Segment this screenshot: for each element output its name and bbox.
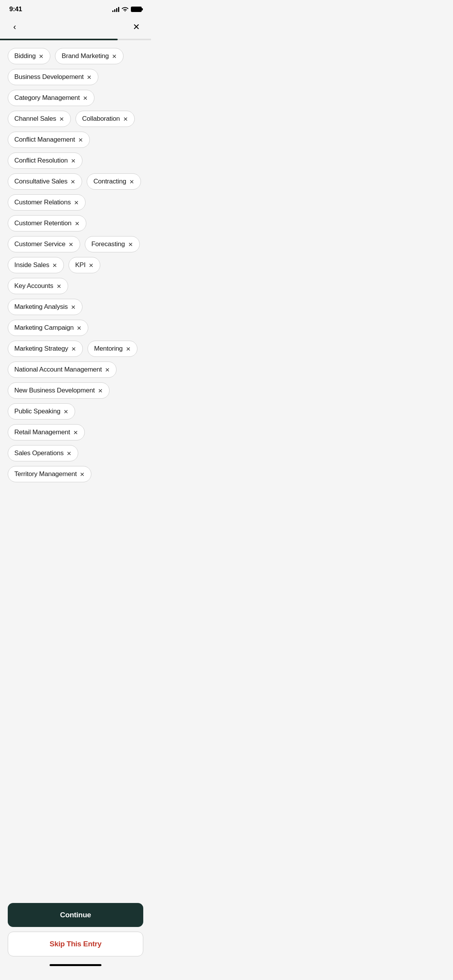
tag-chip[interactable]: Contracting✕	[87, 173, 141, 190]
signal-icon	[112, 7, 119, 12]
tag-close-icon[interactable]: ✕	[87, 74, 92, 80]
tag-label: Contracting	[93, 178, 126, 185]
tag-label: National Account Management	[14, 366, 102, 373]
tag-close-icon[interactable]: ✕	[59, 116, 64, 122]
tag-chip[interactable]: Conflict Management✕	[8, 132, 90, 148]
back-button[interactable]: ‹	[8, 20, 22, 34]
tag-chip[interactable]: Forecasting✕	[85, 236, 140, 252]
status-bar: 9:41	[0, 0, 151, 17]
tag-close-icon[interactable]: ✕	[71, 304, 76, 310]
tag-close-icon[interactable]: ✕	[52, 262, 57, 268]
tag-close-icon[interactable]: ✕	[77, 325, 82, 331]
tag-label: Key Accounts	[14, 282, 53, 290]
tag-label: Customer Retention	[14, 219, 72, 227]
tag-label: Business Developement	[14, 73, 84, 81]
tags-container: Bidding✕Brand Marketing✕Business Develop…	[8, 48, 143, 482]
tag-close-icon[interactable]: ✕	[74, 200, 79, 206]
tag-label: Marketing Analysis	[14, 303, 68, 311]
tag-label: Retail Management	[14, 428, 70, 436]
wifi-icon	[122, 6, 129, 13]
tag-label: Public Speaking	[14, 408, 60, 415]
tag-chip[interactable]: Customer Relations✕	[8, 194, 86, 211]
status-icons	[112, 6, 142, 13]
tag-label: KPI	[75, 261, 86, 269]
tag-chip[interactable]: Retail Management✕	[8, 424, 85, 440]
tag-close-icon[interactable]: ✕	[123, 116, 128, 122]
tag-label: Forecasting	[91, 240, 125, 248]
tag-close-icon[interactable]: ✕	[112, 53, 117, 59]
tag-chip[interactable]: KPI✕	[69, 257, 100, 273]
tag-close-icon[interactable]: ✕	[78, 137, 83, 143]
tag-chip[interactable]: Bidding✕	[8, 48, 50, 64]
tag-chip[interactable]: Marketing Analysis✕	[8, 299, 82, 315]
tag-close-icon[interactable]: ✕	[67, 451, 72, 456]
tag-close-icon[interactable]: ✕	[128, 242, 133, 247]
tag-close-icon[interactable]: ✕	[63, 409, 69, 415]
tag-chip[interactable]: Marketing Campaign✕	[8, 320, 88, 336]
content-area: Bidding✕Brand Marketing✕Business Develop…	[0, 40, 151, 560]
tag-chip[interactable]: Customer Service✕	[8, 236, 80, 252]
tag-chip[interactable]: Channel Sales✕	[8, 111, 71, 127]
tag-chip[interactable]: New Business Development✕	[8, 382, 110, 399]
nav-bar: ‹ ✕	[0, 17, 151, 39]
tag-label: Inside Sales	[14, 261, 49, 269]
tag-label: Collaboration	[82, 115, 120, 123]
tag-label: Mentoring	[94, 345, 123, 353]
tag-close-icon[interactable]: ✕	[89, 262, 94, 268]
tag-chip[interactable]: Mentoring✕	[88, 341, 137, 357]
tag-close-icon[interactable]: ✕	[126, 346, 131, 352]
close-button[interactable]: ✕	[129, 20, 143, 34]
tag-close-icon[interactable]: ✕	[129, 179, 134, 185]
tag-close-icon[interactable]: ✕	[70, 179, 76, 185]
tag-label: Conflict Management	[14, 136, 75, 144]
tag-close-icon[interactable]: ✕	[57, 283, 62, 289]
tag-close-icon[interactable]: ✕	[71, 158, 76, 164]
tag-chip[interactable]: Marketing Strategy✕	[8, 341, 83, 357]
tag-label: Sales Operations	[14, 449, 63, 457]
tag-label: Marketing Strategy	[14, 345, 68, 353]
tag-chip[interactable]: Collaboration✕	[76, 111, 135, 127]
tag-label: Bidding	[14, 52, 36, 60]
tag-label: Customer Relations	[14, 199, 71, 206]
tag-close-icon[interactable]: ✕	[69, 242, 74, 247]
tag-label: Conflict Resolution	[14, 157, 68, 164]
tag-close-icon[interactable]: ✕	[75, 221, 80, 226]
tag-chip[interactable]: Conflict Resolution✕	[8, 152, 82, 169]
tag-chip[interactable]: National Account Management✕	[8, 362, 117, 378]
tag-chip[interactable]: Brand Marketing✕	[55, 48, 124, 64]
tag-chip[interactable]: Category Management✕	[8, 90, 94, 106]
tag-close-icon[interactable]: ✕	[98, 388, 103, 394]
tag-label: Marketing Campaign	[14, 324, 74, 332]
tag-chip[interactable]: Key Accounts✕	[8, 278, 68, 294]
tag-label: Territory Management	[14, 470, 77, 478]
tag-label: Brand Marketing	[62, 52, 109, 60]
tag-close-icon[interactable]: ✕	[80, 471, 85, 477]
tag-label: Customer Service	[14, 240, 65, 248]
tag-chip[interactable]: Sales Operations✕	[8, 445, 78, 461]
tag-close-icon[interactable]: ✕	[105, 367, 110, 373]
tag-label: New Business Development	[14, 387, 95, 394]
tag-close-icon[interactable]: ✕	[71, 346, 76, 352]
tag-chip[interactable]: Public Speaking✕	[8, 403, 75, 420]
tag-chip[interactable]: Consultative Sales✕	[8, 173, 82, 190]
tag-label: Consultative Sales	[14, 178, 67, 185]
battery-icon	[131, 7, 142, 12]
tag-chip[interactable]: Customer Retention✕	[8, 215, 86, 231]
tag-label: Category Management	[14, 94, 80, 102]
status-time: 9:41	[9, 5, 22, 13]
tag-chip[interactable]: Business Developement✕	[8, 69, 98, 85]
tag-close-icon[interactable]: ✕	[39, 53, 44, 59]
tag-label: Channel Sales	[14, 115, 56, 123]
tag-close-icon[interactable]: ✕	[83, 95, 88, 101]
tag-chip[interactable]: Territory Management✕	[8, 466, 91, 482]
tag-close-icon[interactable]: ✕	[73, 430, 78, 435]
tag-chip[interactable]: Inside Sales✕	[8, 257, 64, 273]
